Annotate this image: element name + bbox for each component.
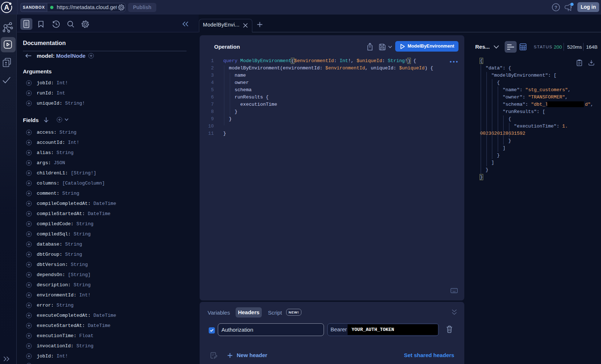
svg-text:?: ? <box>554 5 557 10</box>
svg-text:A: A <box>4 3 9 11</box>
